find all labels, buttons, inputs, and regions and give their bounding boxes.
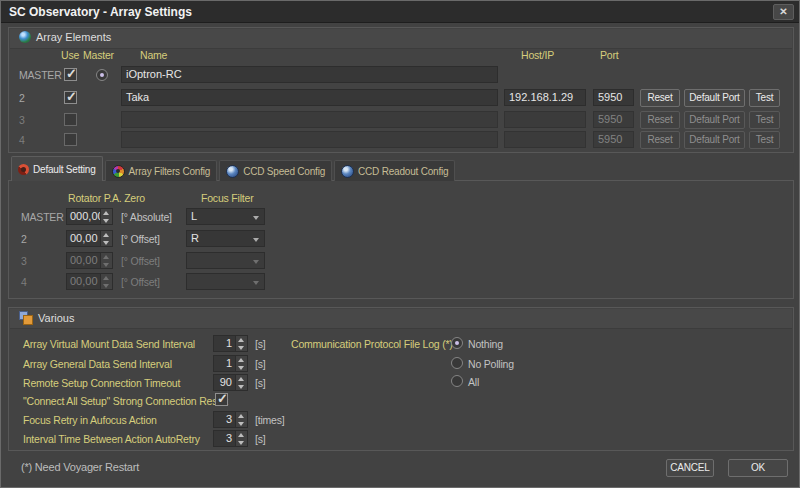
tab-ccd-readout-config[interactable]: CCD Readout Config	[334, 160, 455, 181]
array-row-2-name-field[interactable]: Taka	[121, 89, 498, 106]
protocol-log-option-no-polling: No Polling	[468, 358, 514, 370]
ds-row-master-unit: [° Absolute]	[121, 211, 172, 223]
spin-down-arrow[interactable]	[236, 364, 247, 372]
spin-up-arrow[interactable]	[236, 336, 247, 344]
array-row-master-use-checkbox[interactable]	[64, 68, 77, 81]
spinner-buttons	[235, 356, 247, 371]
tab-label: Array Filters Config	[129, 166, 211, 177]
spinner-value: 00,00	[67, 253, 100, 268]
array-row-4-port-field: 5950	[593, 131, 634, 148]
array-row-3-reset-button: Reset	[640, 111, 680, 129]
spin-up-arrow	[101, 274, 112, 282]
spinner-value[interactable]: 3	[214, 412, 235, 427]
various-row-1-label: Array Virtual Mount Data Send Interval	[23, 338, 195, 350]
ds-row-2-label: 2	[21, 233, 27, 245]
tab-label: CCD Readout Config	[358, 166, 448, 177]
virtual-mount-interval-spinner[interactable]: 1	[213, 335, 248, 352]
various-row-6-unit: [s]	[255, 433, 266, 445]
spinner-value[interactable]: 1	[214, 336, 235, 351]
various-row-6-label: Interval Time Between Action AutoRetry	[23, 433, 200, 445]
globe-icon	[19, 31, 31, 43]
array-row-master-label: MASTER	[19, 69, 62, 81]
spin-up-arrow[interactable]	[236, 412, 247, 420]
spin-up-arrow[interactable]	[101, 209, 112, 217]
close-button[interactable]: ✕	[773, 4, 794, 20]
spinner-value[interactable]: 1	[214, 356, 235, 371]
array-settings-dialog: SC Observatory - Array Settings ✕ Array …	[0, 0, 800, 488]
protocol-log-option-nothing: Nothing	[468, 338, 503, 350]
tab-label: CCD Speed Config	[243, 166, 325, 177]
array-row-4-default-port-button: Default Port	[684, 131, 745, 149]
ds-row-master-rotator-spinner[interactable]: 000,00	[66, 208, 113, 225]
protocol-log-radio-no-polling[interactable]	[451, 357, 463, 369]
spinner-value[interactable]: 3	[214, 431, 235, 446]
various-row-3-unit: [s]	[255, 377, 266, 389]
array-row-2-test-button[interactable]: Test	[749, 89, 780, 107]
spin-down-arrow	[101, 261, 112, 269]
spin-up-arrow	[101, 253, 112, 261]
blue-sphere-icon	[341, 165, 354, 178]
various-row-1-unit: [s]	[255, 338, 266, 350]
spinner-buttons	[235, 412, 247, 427]
spin-down-arrow[interactable]	[236, 420, 247, 428]
remote-setup-timeout-spinner[interactable]: 90	[213, 374, 248, 391]
spin-up-arrow[interactable]	[101, 231, 112, 239]
protocol-log-radio-nothing[interactable]	[451, 337, 463, 349]
ds-row-master-label: MASTER	[21, 211, 64, 223]
col-header-host: Host/IP	[521, 49, 554, 61]
spin-down-arrow[interactable]	[236, 344, 247, 352]
spinner-value[interactable]: 90	[214, 375, 235, 390]
spin-down-arrow[interactable]	[236, 439, 247, 447]
array-row-4-use-checkbox[interactable]	[64, 133, 77, 146]
protocol-log-radio-all[interactable]	[451, 375, 463, 387]
array-row-master-name-field[interactable]: iOptron-RC	[121, 66, 498, 83]
strong-connection-checkbox[interactable]	[215, 393, 228, 406]
spinner-buttons	[235, 336, 247, 351]
cancel-button[interactable]: CANCEL	[666, 459, 714, 477]
array-row-2-label: 2	[19, 92, 25, 104]
spinner-value[interactable]: 00,00	[67, 231, 100, 246]
array-row-4-label: 4	[19, 134, 25, 146]
spin-up-arrow[interactable]	[236, 431, 247, 439]
general-data-interval-spinner[interactable]: 1	[213, 355, 248, 372]
array-elements-title: Array Elements	[36, 31, 111, 43]
focus-retry-spinner[interactable]: 3	[213, 411, 248, 428]
array-row-master-radio[interactable]	[96, 69, 108, 81]
various-row-3-label: Remote Setup Connection Timeout	[23, 377, 180, 389]
array-row-2-host-field[interactable]: 192.168.1.29	[504, 89, 586, 106]
various-row-2-label: Array General Data Send Interval	[23, 358, 172, 370]
spin-down-arrow[interactable]	[101, 217, 112, 225]
spin-down-arrow	[101, 282, 112, 290]
ok-button[interactable]: OK	[728, 459, 788, 477]
spinner-value: 00,00	[67, 274, 100, 289]
array-row-2-use-checkbox[interactable]	[64, 91, 77, 104]
spin-up-arrow[interactable]	[236, 356, 247, 364]
spin-down-arrow[interactable]	[236, 383, 247, 391]
tab-array-filters-config[interactable]: Array Filters Config	[105, 160, 218, 181]
array-row-2-default-port-button[interactable]: Default Port	[684, 89, 745, 107]
spinner-buttons	[235, 375, 247, 390]
col-header-use: Use	[61, 49, 79, 61]
spinner-buttons	[100, 253, 112, 268]
protocol-log-option-all: All	[468, 376, 479, 388]
protocol-log-label: Communication Protocol File Log (*)	[291, 338, 453, 350]
tab-ccd-speed-config[interactable]: CCD Speed Config	[219, 160, 332, 181]
array-row-3-port-field: 5950	[593, 111, 634, 128]
tab-default-setting[interactable]: Default Setting	[11, 156, 103, 181]
various-row-4-label: "Connect All Setup" Strong Connection Re…	[23, 395, 228, 407]
spinner-buttons	[235, 431, 247, 446]
array-row-2-reset-button[interactable]: Reset	[640, 89, 680, 107]
array-row-3-use-checkbox[interactable]	[64, 113, 77, 126]
various-row-5-label: Focus Retry in Aufocus Action	[23, 414, 157, 426]
spinner-value[interactable]: 000,00	[67, 209, 100, 224]
spinner-buttons	[100, 274, 112, 289]
array-row-4-reset-button: Reset	[640, 131, 680, 149]
spin-down-arrow[interactable]	[101, 239, 112, 247]
array-row-2-port-field[interactable]: 5950	[593, 89, 634, 106]
ds-row-master-focus-filter-dropdown[interactable]: L	[186, 208, 265, 225]
ds-row-2-rotator-spinner[interactable]: 00,00	[66, 230, 113, 247]
autoretry-interval-spinner[interactable]: 3	[213, 430, 248, 447]
ds-row-2-focus-filter-dropdown[interactable]: R	[186, 230, 265, 247]
spin-up-arrow[interactable]	[236, 375, 247, 383]
ds-row-2-unit: [° Offset]	[121, 233, 160, 245]
